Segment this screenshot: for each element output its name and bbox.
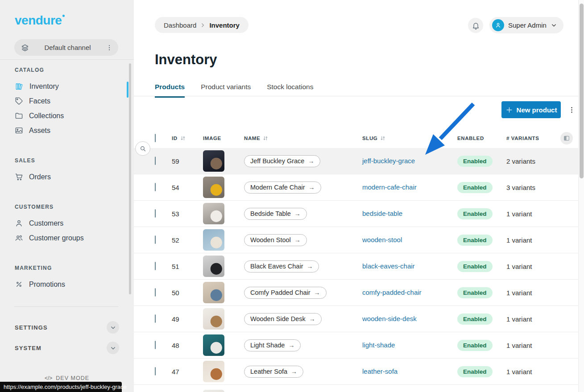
product-name: Leather Sofa (250, 368, 287, 375)
sort-icon[interactable] (380, 135, 386, 141)
status-badge: Enabled (457, 261, 493, 272)
variant-count: 1 variant (506, 315, 578, 323)
table-row[interactable]: 54Modern Cafe Chair→modern-cafe-chairEna… (134, 174, 578, 201)
column-settings-button[interactable] (560, 132, 573, 144)
column-header-variants: # VARIANTS (506, 132, 578, 144)
product-slug-link[interactable]: wooden-side-desk (362, 315, 417, 322)
product-name-link[interactable]: Modern Cafe Chair→ (244, 182, 321, 194)
product-image (203, 334, 224, 356)
notifications-button[interactable] (468, 18, 483, 33)
sidebar-item-label: Promotions (29, 281, 65, 289)
channel-kebab-icon[interactable] (106, 44, 113, 51)
collections-icon (15, 111, 23, 120)
customer-groups-icon (15, 234, 23, 242)
sidebar: vendure Default channel CATALOGInventory… (0, 0, 134, 392)
select-all-checkbox[interactable] (155, 134, 156, 142)
table-row[interactable]: 52Wooden Stool→wooden-stoolEnabled1 vari… (134, 227, 578, 253)
table-row[interactable]: 47Leather Sofa→leather-sofaEnabled1 vari… (134, 359, 578, 385)
product-slug-link[interactable]: modern-cafe-chair (362, 183, 417, 191)
row-checkbox[interactable] (155, 262, 156, 270)
product-id: 51 (172, 263, 203, 270)
status-badge: Enabled (457, 340, 493, 351)
dev-mode-toggle[interactable]: </> DEV MODE (0, 375, 134, 381)
settings-label: SETTINGS (15, 324, 48, 331)
vendure-logo[interactable]: vendure (15, 13, 65, 28)
sidebar-item-orders[interactable]: Orders (15, 169, 134, 184)
sidebar-item-customers[interactable]: Customers (15, 216, 134, 231)
sort-icon[interactable] (180, 135, 186, 141)
logo-trademark-dot (62, 15, 65, 17)
row-checkbox[interactable] (155, 183, 156, 191)
sidebar-section: CUSTOMERSCustomersCustomer groups (15, 204, 134, 245)
product-image (203, 282, 224, 303)
breadcrumb[interactable]: Dashboard Inventory (155, 17, 249, 33)
system-expand-button[interactable] (107, 342, 119, 354)
status-badge: Enabled (457, 366, 493, 377)
product-name-link[interactable]: Wooden Stool→ (244, 234, 307, 246)
product-name-link[interactable]: Wooden Side Desk→ (244, 313, 322, 325)
status-badge: Enabled (457, 287, 493, 298)
product-name-link[interactable]: Bedside Table→ (244, 208, 307, 220)
row-checkbox[interactable] (155, 314, 156, 323)
product-name-link[interactable]: Jeff Buckley Grace→ (244, 155, 320, 167)
arrow-right-icon: → (291, 368, 297, 375)
product-id: 49 (172, 315, 203, 323)
column-header-id[interactable]: ID (172, 135, 203, 141)
row-checkbox[interactable] (155, 288, 156, 297)
product-id: 52 (172, 236, 203, 244)
row-checkbox[interactable] (155, 157, 156, 165)
main-scrollbar-thumb[interactable] (580, 4, 584, 178)
row-checkbox[interactable] (155, 367, 156, 375)
product-slug-link[interactable]: black-eaves-chair (362, 262, 415, 270)
sidebar-item-collections[interactable]: Collections (15, 108, 134, 123)
product-name-link[interactable]: Leather Sofa→ (244, 366, 303, 378)
table-row[interactable]: 49Wooden Side Desk→wooden-side-deskEnabl… (134, 306, 578, 332)
table-row-partial (134, 385, 578, 392)
variant-count: 1 variant (506, 289, 578, 297)
column-header-image: IMAGE (203, 136, 244, 141)
product-slug-link[interactable]: wooden-stool (362, 236, 402, 243)
list-actions-kebab-icon[interactable] (567, 104, 576, 116)
row-checkbox[interactable] (155, 341, 156, 349)
row-checkbox[interactable] (155, 235, 156, 244)
status-badge: Enabled (457, 235, 493, 246)
variant-count: 1 variant (506, 368, 578, 375)
sort-icon[interactable] (262, 135, 269, 141)
vendure-admin-app: vendure Default channel CATALOGInventory… (0, 0, 584, 392)
arrow-right-icon: → (294, 210, 301, 217)
sidebar-item-label: Customers (29, 219, 63, 227)
product-slug-link[interactable]: comfy-padded-chair (362, 289, 422, 296)
column-header-name[interactable]: NAME (244, 135, 362, 141)
sidebar-item-settings[interactable]: SETTINGS (15, 321, 119, 334)
settings-expand-button[interactable] (107, 321, 119, 334)
breadcrumb-dashboard[interactable]: Dashboard (164, 21, 196, 29)
table-row[interactable]: 48Light Shade→light-shadeEnabled1 varian… (134, 332, 578, 359)
sidebar-item-inventory[interactable]: Inventory (15, 79, 134, 94)
channel-selector[interactable]: Default channel (14, 39, 118, 56)
customers-icon (15, 219, 23, 227)
sidebar-item-promotions[interactable]: Promotions (15, 277, 134, 292)
arrow-right-icon: → (294, 236, 301, 243)
product-name-link[interactable]: Light Shade→ (244, 339, 301, 351)
user-menu[interactable]: Super Admin (489, 17, 563, 33)
column-header-slug[interactable]: SLUG (362, 135, 457, 141)
sidebar-item-system[interactable]: SYSTEM (15, 342, 119, 354)
sidebar-item-assets[interactable]: Assets (15, 123, 134, 138)
product-slug-link[interactable]: jeff-buckley-grace (362, 157, 415, 165)
product-slug-link[interactable]: light-shade (362, 341, 395, 349)
product-slug-link[interactable]: leather-sofa (362, 367, 398, 375)
sidebar-item-facets[interactable]: Facets (15, 94, 134, 108)
search-expand-button[interactable] (135, 141, 150, 156)
new-product-button[interactable]: New product (501, 101, 561, 118)
table-row[interactable]: 50Comfy Padded Chair→comfy-padded-chairE… (134, 280, 578, 306)
table-row[interactable]: 59Jeff Buckley Grace→jeff-buckley-graceE… (134, 148, 578, 174)
table-row[interactable]: 53Bedside Table→bedside-tableEnabled1 va… (134, 201, 578, 227)
sidebar-scrollbar-thumb[interactable] (129, 63, 131, 294)
product-name-link[interactable]: Comfy Padded Chair→ (244, 287, 327, 299)
product-name: Wooden Side Desk (250, 315, 306, 322)
sidebar-item-customer-groups[interactable]: Customer groups (15, 231, 134, 245)
product-name-link[interactable]: Black Eaves Chair→ (244, 260, 319, 272)
table-row[interactable]: 51Black Eaves Chair→black-eaves-chairEna… (134, 253, 578, 280)
product-slug-link[interactable]: bedside-table (362, 210, 402, 217)
row-checkbox[interactable] (155, 209, 156, 218)
